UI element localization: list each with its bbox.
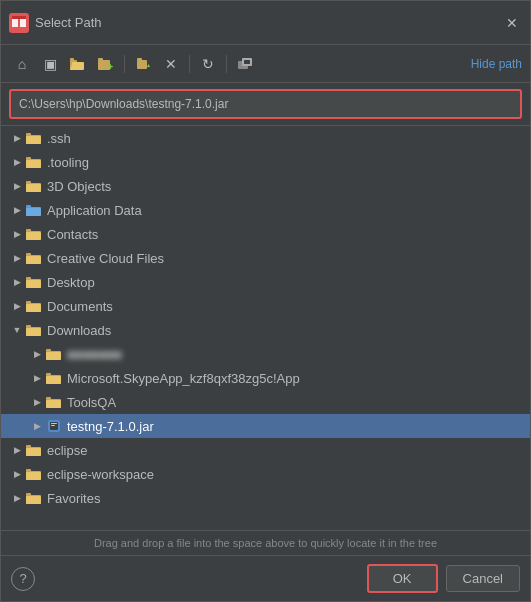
toolbar: ⌂ ▣ + ✕ ↻ xyxy=(1,45,530,83)
tree-item-3dobjects[interactable]: ▶ 3D Objects xyxy=(1,174,530,198)
tree-label-tooling: .tooling xyxy=(47,155,89,170)
tree-item-creativecloud[interactable]: ▶ Creative Cloud Files xyxy=(1,246,530,270)
svg-rect-9 xyxy=(98,58,103,61)
folder-icon-3dobjects xyxy=(25,177,43,195)
refresh-button[interactable]: ↻ xyxy=(195,51,221,77)
svg-rect-1 xyxy=(12,19,18,27)
folder-icon-tooling xyxy=(25,153,43,171)
svg-rect-11 xyxy=(137,60,147,69)
folder-icon-favorites xyxy=(25,489,43,507)
share-button[interactable] xyxy=(232,51,258,77)
tree-arrow-blurred: ▶ xyxy=(29,346,45,362)
dialog: Select Path ✕ ⌂ ▣ + xyxy=(0,0,531,602)
svg-rect-51 xyxy=(46,397,51,400)
folder-icon-appdata xyxy=(25,201,43,219)
tree-item-appdata[interactable]: ▶ Application Data xyxy=(1,198,530,222)
svg-rect-5 xyxy=(70,58,74,61)
hint-text: Drag and drop a file into the space abov… xyxy=(1,530,530,555)
tree-item-ssh[interactable]: ▶ .ssh xyxy=(1,126,530,150)
tree-item-favorites[interactable]: ▶ Favorites xyxy=(1,486,530,510)
tree-label-toolsqa: ToolsQA xyxy=(67,395,116,410)
tree-label-skype: Microsoft.SkypeApp_kzf8qxf38zg5c!App xyxy=(67,371,300,386)
tree-arrow-creativecloud: ▶ xyxy=(9,250,25,266)
svg-rect-18 xyxy=(26,133,31,136)
tree-arrow-eclipse: ▶ xyxy=(9,442,25,458)
tree-item-contacts[interactable]: ▶ Contacts xyxy=(1,222,530,246)
tree-label-ssh: .ssh xyxy=(47,131,71,146)
svg-rect-43 xyxy=(26,328,41,336)
svg-rect-24 xyxy=(26,181,31,184)
hide-path-button[interactable]: Hide path xyxy=(471,57,522,71)
svg-rect-64 xyxy=(26,493,31,496)
folder-open-button[interactable] xyxy=(65,51,91,77)
toolbar-separator-2 xyxy=(189,55,190,73)
path-bar[interactable]: C:\Users\hp\Downloads\testng-7.1.0.jar xyxy=(9,89,522,119)
tree-item-toolsqa[interactable]: ▶ ToolsQA xyxy=(1,390,530,414)
svg-rect-58 xyxy=(26,445,31,448)
tree-item-blurred[interactable]: ▶ ■■■■■■■ xyxy=(1,342,530,366)
svg-marker-7 xyxy=(70,64,84,70)
svg-marker-13 xyxy=(147,64,150,67)
delete-button[interactable]: ✕ xyxy=(158,51,184,77)
home-button[interactable]: ⌂ xyxy=(9,51,35,77)
tree-arrow-contacts: ▶ xyxy=(9,226,25,242)
tree-item-documents[interactable]: ▶ Documents xyxy=(1,294,530,318)
svg-rect-36 xyxy=(26,277,31,280)
tree-item-tooling[interactable]: ▶ .tooling xyxy=(1,150,530,174)
folder-icon-toolsqa xyxy=(45,393,63,411)
svg-rect-21 xyxy=(26,157,31,160)
file-tree[interactable]: ▶ .ssh▶ .tooling▶ 3D Objects▶ Applicatio… xyxy=(1,125,530,530)
tree-item-desktop[interactable]: ▶ Desktop xyxy=(1,270,530,294)
tree-item-downloads[interactable]: ▼ Downloads xyxy=(1,318,530,342)
svg-rect-62 xyxy=(26,472,41,480)
folder-icon-eclipsews xyxy=(25,465,43,483)
svg-rect-30 xyxy=(26,229,31,232)
tree-label-favorites: Favorites xyxy=(47,491,100,506)
svg-rect-28 xyxy=(26,208,41,216)
tree-label-eclipsews: eclipse-workspace xyxy=(47,467,154,482)
up-button[interactable] xyxy=(130,51,156,77)
tree-arrow-3dobjects: ▶ xyxy=(9,178,25,194)
tree-arrow-eclipsews: ▶ xyxy=(9,466,25,482)
tree-arrow-appdata: ▶ xyxy=(9,202,25,218)
cancel-button[interactable]: Cancel xyxy=(446,565,520,592)
svg-rect-25 xyxy=(26,184,41,192)
svg-rect-65 xyxy=(26,496,41,504)
svg-rect-42 xyxy=(26,325,31,328)
tree-arrow-downloads: ▼ xyxy=(9,322,25,338)
svg-rect-61 xyxy=(26,469,31,472)
tree-label-documents: Documents xyxy=(47,299,113,314)
tree-arrow-skype: ▶ xyxy=(29,370,45,386)
folder-icon-testng xyxy=(45,417,63,435)
folder-icon-contacts xyxy=(25,225,43,243)
tree-arrow-testng: ▶ xyxy=(29,418,45,434)
tree-label-testng: testng-7.1.0.jar xyxy=(67,419,154,434)
svg-rect-52 xyxy=(46,400,61,408)
svg-rect-33 xyxy=(26,253,31,256)
svg-rect-40 xyxy=(26,304,41,312)
folder-new-button[interactable]: + xyxy=(93,51,119,77)
svg-rect-56 xyxy=(51,425,55,426)
svg-rect-55 xyxy=(51,423,57,424)
close-button[interactable]: ✕ xyxy=(502,13,522,33)
svg-rect-34 xyxy=(26,256,41,264)
tree-item-eclipse[interactable]: ▶ eclipse xyxy=(1,438,530,462)
help-button[interactable]: ? xyxy=(11,567,35,591)
toolbar-separator-1 xyxy=(124,55,125,73)
tree-arrow-desktop: ▶ xyxy=(9,274,25,290)
tree-arrow-favorites: ▶ xyxy=(9,490,25,506)
tree-item-testng[interactable]: ▶ testng-7.1.0.jar xyxy=(1,414,530,438)
monitor-button[interactable]: ▣ xyxy=(37,51,63,77)
tree-label-appdata: Application Data xyxy=(47,203,142,218)
svg-rect-46 xyxy=(46,352,61,360)
tree-item-eclipsews[interactable]: ▶ eclipse-workspace xyxy=(1,462,530,486)
svg-rect-45 xyxy=(46,349,51,352)
folder-icon-blurred xyxy=(45,345,63,363)
toolbar-separator-3 xyxy=(226,55,227,73)
bottom-bar: ? OK Cancel xyxy=(1,555,530,601)
tree-item-skype[interactable]: ▶ Microsoft.SkypeApp_kzf8qxf38zg5c!App xyxy=(1,366,530,390)
ok-button[interactable]: OK xyxy=(367,564,438,593)
svg-text:+: + xyxy=(108,62,113,71)
svg-rect-12 xyxy=(137,58,142,61)
folder-icon-eclipse xyxy=(25,441,43,459)
